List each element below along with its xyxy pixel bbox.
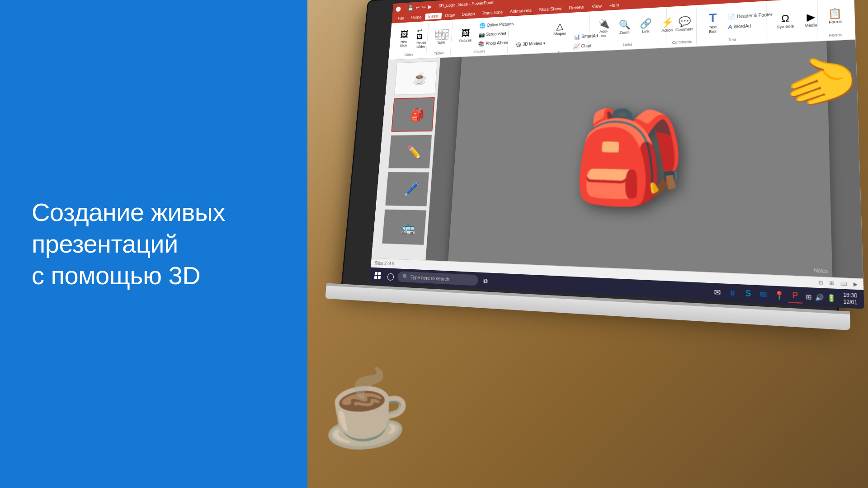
pictures-label: Pictures	[459, 38, 472, 42]
slide-editing-area[interactable]: 🎒 🫲 Notes	[426, 40, 863, 278]
slide-sorter-button[interactable]: ⊞	[829, 280, 834, 286]
slideshow-button[interactable]: ▶	[854, 281, 858, 287]
slide-3-thumb[interactable]: ✏️	[388, 135, 432, 169]
hero-line-2: презентаций	[32, 230, 178, 258]
powerpoint-window: ⬤ 💾 ↩ ↪ ▶ 3D_Logo_Ideas - PowerPoint —	[369, 0, 864, 309]
slide-5-thumb[interactable]: 🚌	[382, 209, 427, 245]
link-label: Link	[642, 29, 649, 33]
slide-1-thumb[interactable]: ☕	[394, 61, 438, 95]
table-button[interactable]: Table	[431, 24, 453, 50]
redo-icon[interactable]: ↪	[422, 4, 426, 10]
main-slide: 🎒 🫲 Notes	[448, 40, 832, 278]
present-icon[interactable]: ▶	[428, 4, 432, 9]
undo-icon[interactable]: ↩	[415, 4, 420, 10]
forms-button[interactable]: 📋 Forms	[824, 1, 847, 31]
online-pictures-icon: 🌐	[479, 23, 486, 29]
symbols-button[interactable]: Ω Symbols	[773, 6, 798, 36]
taskbar-skype-icon[interactable]: S	[741, 286, 755, 301]
slide-1-emoji: ☕	[395, 61, 438, 95]
ribbon-group-links: 🔌 Add-ins 🔍 Zoom 🔗 Link	[590, 9, 666, 49]
pictures-button[interactable]: 🖼 Pictures	[455, 23, 476, 49]
taskbar-powerpoint-icon[interactable]: P	[788, 289, 802, 304]
slide-4-content: 🖊️	[386, 172, 429, 206]
forms-label: Forms	[829, 19, 842, 24]
ribbon-group-illustrations: 🎲 3D Models ▾ △ Shapes	[509, 13, 590, 53]
menu-animations[interactable]: Animations	[506, 7, 535, 15]
windows-start-button[interactable]	[371, 268, 385, 283]
normal-view-button[interactable]: ⊡	[818, 280, 823, 286]
ribbon-group-text: T TextBox 📄 Header & Footer A	[698, 3, 767, 44]
media-button[interactable]: ▶ Media	[800, 5, 822, 34]
slide-3-container: 3 ✏️	[382, 135, 432, 169]
3d-models-label: 3D Models ▾	[523, 41, 546, 46]
menu-view[interactable]: View	[588, 2, 605, 10]
task-view-button[interactable]: ⧉	[478, 273, 492, 289]
photo-album-label: Photo Album	[486, 40, 508, 46]
menu-slideshow[interactable]: Slide Show	[535, 5, 565, 13]
menu-insert[interactable]: Insert	[425, 13, 442, 20]
menu-review[interactable]: Review	[566, 4, 588, 11]
right-panel: ☕ ⬤ 💾 ↩ ↪ ▶	[307, 0, 868, 488]
text-stacked: 📄 Header & Footer A WordArt	[725, 9, 776, 32]
slide-5-content: 🚌	[382, 210, 426, 245]
slide-5-container: 5 🚌	[375, 209, 426, 245]
title-bar-text: 3D_Logo_Ideas - PowerPoint	[439, 0, 494, 8]
slide-2-thumb[interactable]: 🎒	[391, 97, 435, 132]
menu-file[interactable]: File	[395, 15, 407, 22]
view-controls: ⊡ ⊞ 📖 ▶	[818, 280, 858, 287]
zoom-label: Zoom	[619, 30, 630, 34]
slides-buttons: 🖼 NewSlide ↩🖼 ReuseSlides	[395, 23, 431, 53]
slide-3-emoji: ✏️	[388, 135, 432, 169]
new-slide-button[interactable]: 🖼 NewSlide	[395, 26, 413, 52]
new-slide-icon: 🖼	[400, 30, 409, 39]
online-pictures-label: Online Pictures	[486, 22, 514, 28]
header-footer-button[interactable]: 📄 Header & Footer	[725, 9, 776, 22]
save-icon[interactable]: 💾	[407, 5, 414, 10]
wordart-button[interactable]: A WordArt	[725, 20, 776, 32]
shapes-button[interactable]: △ Shapes	[550, 15, 570, 42]
notes-indicator: Notes	[814, 268, 828, 274]
reuse-slides-label: ReuseSlides	[416, 40, 426, 48]
taskbar-edge-icon[interactable]: e	[726, 286, 740, 300]
ribbon-group-slides: 🖼 NewSlide ↩🖼 ReuseSlides Slides	[392, 23, 429, 58]
textbox-button[interactable]: T TextBox	[703, 8, 723, 37]
slide-4-number: 4	[374, 173, 376, 177]
svg-rect-3	[378, 276, 381, 279]
taskbar-mail-icon[interactable]: ✉	[711, 285, 725, 300]
chart-icon: 📈	[573, 43, 580, 50]
zoom-icon: 🔍	[618, 20, 631, 30]
reading-view-button[interactable]: 📖	[840, 281, 847, 286]
images-buttons: 🖼 Pictures 🌐 Online Pictures	[455, 18, 516, 50]
taskbar-search[interactable]: 🔍 Type here to search	[397, 271, 478, 286]
hero-text: Создание живых презентаций с помощью 3D	[32, 197, 225, 291]
smartart-icon: 📊	[573, 33, 580, 40]
slides-group-label: Slides	[395, 52, 423, 57]
link-icon: 🔗	[640, 19, 652, 28]
symbols-icon: Ω	[781, 13, 789, 23]
laptop-bezel: ⬤ 💾 ↩ ↪ ▶ 3D_Logo_Ideas - PowerPoint —	[341, 0, 839, 315]
zoom-button[interactable]: 🔍 Zoom	[614, 13, 634, 41]
link-button[interactable]: 🔗 Link	[636, 12, 656, 40]
addins-button[interactable]: 🔌 Add-ins	[594, 14, 614, 42]
ribbon-group-comments: 💬 Comment Comments	[668, 7, 697, 46]
3d-models-button[interactable]: 🎲 3D Models ▾	[513, 38, 548, 49]
slide-4-thumb[interactable]: 🖊️	[385, 172, 429, 206]
slide-1-number: 1	[383, 64, 386, 68]
taskbar-maps-icon[interactable]: 📍	[772, 288, 787, 303]
menu-draw[interactable]: Draw	[442, 12, 458, 19]
menu-help[interactable]: Help	[606, 1, 623, 9]
taskbar-search-text: Type here to search	[410, 274, 450, 282]
menu-home[interactable]: Home	[408, 14, 425, 21]
comment-label: Comment	[675, 27, 693, 32]
ribbon-group-symbols: Ω Symbols ▶ Media	[769, 0, 818, 41]
slide-5-emoji: 🚌	[382, 210, 426, 245]
tables-group-label: Tables	[431, 51, 448, 56]
comment-button[interactable]: 💬 Comment	[672, 9, 697, 38]
search-icon: 🔍	[402, 274, 408, 280]
menu-design[interactable]: Design	[458, 10, 478, 18]
menu-transitions[interactable]: Transitions	[478, 9, 506, 17]
taskbar-outlook-icon[interactable]: ✉	[756, 287, 771, 302]
network-icon: ⊞	[806, 293, 811, 301]
slide-2-number: 2	[380, 99, 382, 103]
cortana-button[interactable]: ◯	[384, 269, 397, 283]
